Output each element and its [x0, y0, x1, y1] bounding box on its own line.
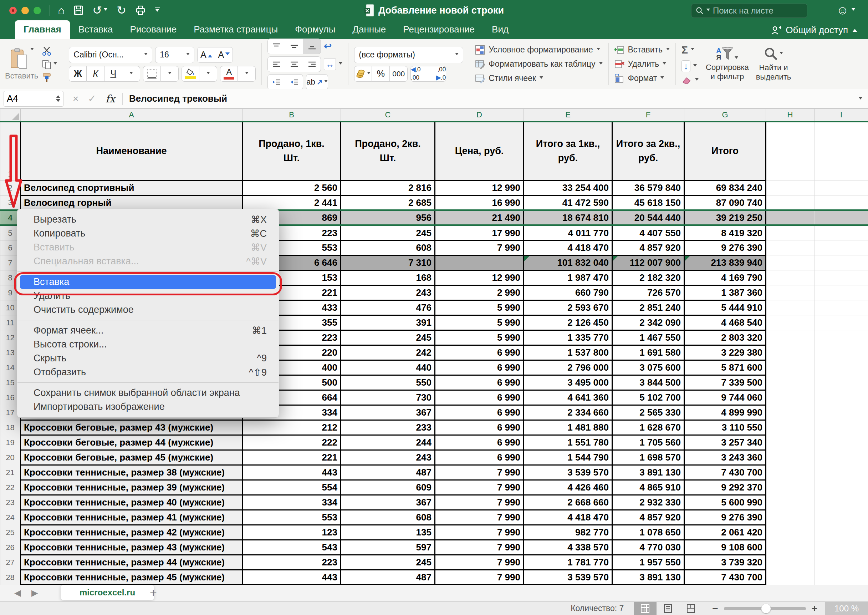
cell-F23[interactable]: 2 932 330	[612, 495, 684, 510]
cell-H6[interactable]	[766, 240, 815, 255]
zoom-percent[interactable]: 100 %	[825, 602, 868, 615]
align-right-button[interactable]	[303, 56, 321, 72]
menu-item-15[interactable]: Сохранить снимок выбранной области экран…	[17, 386, 279, 400]
prev-sheet-icon[interactable]: ◀	[14, 588, 21, 598]
cell-E26[interactable]: 4 338 570	[524, 540, 612, 555]
cell-E16[interactable]: 4 641 360	[524, 390, 612, 405]
tab-3[interactable]: Рисование	[121, 20, 185, 39]
cell-G24[interactable]: 9 276 390	[684, 510, 766, 525]
cell-H13[interactable]	[766, 345, 815, 360]
cell-G25[interactable]: 2 061 420	[684, 525, 766, 540]
cell-G4[interactable]: 39 219 250	[684, 211, 766, 225]
cell-B21[interactable]: 443	[243, 465, 341, 480]
select-all-corner[interactable]	[0, 109, 21, 122]
percent-style-button[interactable]: %	[372, 66, 390, 82]
cell-D21[interactable]: 7 990	[435, 465, 524, 480]
cell-C10[interactable]: 476	[341, 300, 435, 315]
cell-G6[interactable]: 9 276 390	[684, 240, 766, 255]
cell-E19[interactable]: 1 551 780	[524, 435, 612, 450]
cell-C24[interactable]: 608	[341, 510, 435, 525]
cell-F13[interactable]: 1 691 580	[612, 345, 684, 360]
cell-I17[interactable]	[815, 405, 868, 420]
cell-C28[interactable]: 487	[341, 570, 435, 585]
cell-E24[interactable]: 4 418 470	[524, 510, 612, 525]
text-orientation-button[interactable]: ab↗	[306, 74, 328, 90]
menu-item-12[interactable]: Скрыть^9	[17, 351, 279, 365]
menu-item-13[interactable]: Отобразить^⇧9	[17, 365, 279, 379]
cell-G13[interactable]: 3 229 380	[684, 345, 766, 360]
cell-I3[interactable]	[815, 195, 868, 211]
cell-H19[interactable]	[766, 435, 815, 450]
sort-filter-button[interactable]: АЯ Сортировка и фильтр	[706, 47, 749, 81]
cell-H7[interactable]	[766, 255, 815, 270]
save-icon[interactable]	[74, 5, 83, 16]
cell-D5[interactable]: 17 990	[435, 225, 524, 240]
cell-I19[interactable]	[815, 435, 868, 450]
row-header-27[interactable]: 27	[0, 555, 21, 570]
cell-E3[interactable]: 41 472 590	[524, 195, 612, 211]
number-format-select[interactable]: (все форматы)	[354, 47, 463, 63]
cell-E8[interactable]: 1 987 470	[524, 270, 612, 286]
normal-view-button[interactable]	[634, 602, 656, 615]
row-header-23[interactable]: 23	[0, 495, 21, 510]
cell-G8[interactable]: 4 169 790	[684, 270, 766, 286]
menu-item-11[interactable]: Высота строки...	[17, 337, 279, 351]
cell-E12[interactable]: 1 335 770	[524, 330, 612, 345]
tab-2[interactable]: Вставка	[70, 20, 122, 39]
cell-C8[interactable]: 168	[341, 270, 435, 286]
cell-G14[interactable]: 5 871 600	[684, 360, 766, 375]
cell-D27[interactable]: 7 990	[435, 555, 524, 570]
cell-D26[interactable]: 7 990	[435, 540, 524, 555]
cell-H3[interactable]	[766, 195, 815, 211]
cell-D24[interactable]: 7 990	[435, 510, 524, 525]
formula-bar-expand-icon[interactable]	[859, 97, 862, 101]
cell-I8[interactable]	[815, 270, 868, 286]
increase-font-button[interactable]: A	[197, 47, 215, 63]
underline-caret-icon[interactable]	[122, 66, 140, 82]
merge-center-button[interactable]: ↔	[324, 58, 336, 70]
cell-E28[interactable]: 3 539 570	[524, 570, 612, 585]
menu-item-8[interactable]: Очистить содержимое	[17, 303, 279, 317]
fullscreen-button[interactable]	[34, 7, 41, 14]
cell-F25[interactable]: 1 078 650	[612, 525, 684, 540]
cell-D28[interactable]: 7 990	[435, 570, 524, 585]
cell-E20[interactable]: 1 544 790	[524, 450, 612, 465]
cell-C17[interactable]: 367	[341, 405, 435, 420]
copy-icon[interactable]	[42, 59, 52, 69]
cell-D17[interactable]: 6 990	[435, 405, 524, 420]
cell-E6[interactable]: 4 418 470	[524, 240, 612, 255]
cell-F14[interactable]: 3 075 600	[612, 360, 684, 375]
print-icon[interactable]	[136, 5, 145, 16]
cell-H21[interactable]	[766, 465, 815, 480]
font-color-caret-icon[interactable]	[238, 66, 256, 82]
row-header-19[interactable]: 19	[0, 435, 21, 450]
cell-F11[interactable]: 2 342 090	[612, 315, 684, 330]
cell-G19[interactable]: 3 257 340	[684, 435, 766, 450]
decrease-indent-button[interactable]	[268, 74, 285, 90]
cell-I2[interactable]	[815, 181, 868, 195]
cell-E17[interactable]: 2 334 660	[524, 405, 612, 420]
search-scope-caret-icon[interactable]	[706, 9, 710, 13]
cell-E9[interactable]: 660 790	[524, 286, 612, 300]
cell-A23[interactable]: Кроссовки теннисные, размер 40 (мужские)	[21, 495, 243, 510]
cell-B22[interactable]: 554	[243, 480, 341, 495]
toolbar-customize-icon[interactable]	[155, 8, 160, 14]
cell-A22[interactable]: Кроссовки теннисные, размер 39 (мужские)	[21, 480, 243, 495]
redo-icon[interactable]: ↻	[117, 5, 126, 16]
format-as-table-button[interactable]: Форматировать как таблицу	[475, 59, 602, 69]
cell-G5[interactable]: 8 419 320	[684, 225, 766, 240]
cell-E13[interactable]: 1 537 800	[524, 345, 612, 360]
cell-D3[interactable]: 16 990	[435, 195, 524, 211]
cell-F19[interactable]: 1 705 560	[612, 435, 684, 450]
cell-A24[interactable]: Кроссовки теннисные, размер 41 (мужские)	[21, 510, 243, 525]
cell-F3[interactable]: 45 618 150	[612, 195, 684, 211]
menu-item-6[interactable]: Вставка	[20, 275, 276, 289]
cell-I18[interactable]	[815, 420, 868, 435]
cell-C20[interactable]: 243	[341, 450, 435, 465]
borders-button[interactable]	[143, 66, 161, 82]
cell-I10[interactable]	[815, 300, 868, 315]
cell-I20[interactable]	[815, 450, 868, 465]
cell-D18[interactable]: 6 990	[435, 420, 524, 435]
cell-C2[interactable]: 2 816	[341, 181, 435, 195]
cell-A25[interactable]: Кроссовки теннисные, размер 42 (мужские)	[21, 525, 243, 540]
